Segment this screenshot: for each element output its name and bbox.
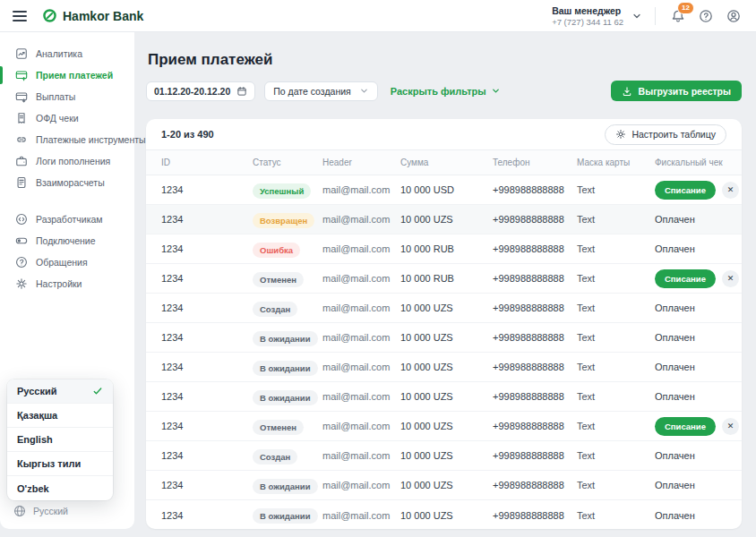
status-badge: В ожидании — [253, 508, 318, 524]
cell-phone: +998988888888 — [493, 303, 577, 313]
debit-button[interactable]: Списание — [655, 269, 716, 288]
export-registries-button[interactable]: Выгрузить реестры — [611, 81, 742, 101]
cell-status: Успешный — [253, 182, 322, 199]
sidebar-item-label: Выплаты — [36, 91, 75, 102]
table-row: 1234Ошибкаmail@mail.com10 000 RUB+998988… — [146, 234, 742, 264]
cell-card-mask: Text — [577, 332, 655, 343]
close-icon[interactable]: ✕ — [722, 270, 739, 287]
cell-amount: 10 000 UZS — [400, 391, 493, 402]
cell-status: Ошибка — [253, 241, 322, 258]
cell-fiscal: Оплачен — [655, 480, 726, 490]
brand-logo[interactable]: Hamkor Bank — [42, 8, 143, 23]
sidebar-item-label: Логи пополнения — [36, 156, 110, 166]
sidebar-item-payment-instruments[interactable]: Платежные инструменты — [0, 129, 134, 150]
close-icon[interactable]: ✕ — [722, 182, 739, 199]
sort-select-value: По дате создания — [273, 86, 350, 97]
language-option-label: O'zbek — [17, 483, 49, 494]
sidebar-secondary-nav: РазработчикамПодключениеОбращенияНастрой… — [0, 209, 134, 294]
column-header: Маска карты — [577, 158, 655, 167]
status-badge: В ожидании — [253, 361, 318, 376]
incoming-payments-icon — [15, 69, 28, 81]
cell-header: mail@mail.com — [322, 510, 400, 521]
user-icon — [726, 9, 741, 23]
cell-fiscal: Оплачен — [655, 391, 726, 402]
cell-id: 1234 — [161, 480, 253, 490]
cell-header: mail@mail.com — [322, 303, 400, 313]
sidebar-item-receipts[interactable]: ОФД чеки — [0, 107, 134, 129]
payments-table-card: 1-20 из 490 Настроить таблицу IDСтатусHe… — [146, 119, 742, 529]
close-icon[interactable]: ✕ — [722, 418, 739, 435]
sort-select[interactable]: По дате создания — [264, 81, 377, 101]
column-header: Header — [322, 158, 400, 167]
cell-amount: 10 000 UZS — [400, 510, 493, 521]
cell-status: В ожидании — [253, 388, 322, 405]
fiscal-status-text: Оплачен — [655, 450, 695, 461]
language-option[interactable]: Кыргыз тили — [7, 452, 113, 476]
cell-fiscal: Оплачен — [655, 362, 726, 372]
sidebar-item-payouts[interactable]: Выплаты — [0, 86, 134, 107]
notification-badge: 12 — [677, 2, 694, 14]
notifications-button[interactable]: 12 — [668, 6, 688, 26]
chevron-down-icon[interactable] — [631, 11, 642, 21]
sidebar-item-topup-logs[interactable]: Логи пополнения — [0, 150, 134, 172]
configure-table-button[interactable]: Настроить таблицу — [605, 124, 726, 145]
manager-info[interactable]: Ваш менеджер +7 (727) 344 11 62 — [552, 5, 623, 27]
profile-button[interactable] — [724, 6, 743, 26]
sidebar-item-label: Настройки — [36, 278, 82, 289]
chevron-down-icon — [491, 86, 501, 96]
sidebar-item-label: Прием платежей — [36, 70, 113, 81]
language-option-label: Кыргыз тили — [17, 458, 81, 469]
fiscal-status-text: Оплачен — [655, 391, 695, 402]
cell-card-mask: Text — [577, 184, 655, 195]
table-row: 1234Успешныйmail@mail.com10 000 USD+9989… — [146, 175, 742, 205]
cell-header: mail@mail.com — [322, 273, 400, 284]
menu-icon[interactable] — [13, 11, 27, 21]
fiscal-status-text: Оплачен — [655, 510, 695, 521]
sidebar-item-settings[interactable]: Настройки — [0, 273, 134, 294]
cell-phone: +998988888888 — [493, 421, 577, 431]
cell-status: Отменен — [253, 270, 322, 287]
chevron-down-icon — [359, 86, 369, 96]
sidebar-item-connection[interactable]: Подключение — [0, 230, 134, 251]
sidebar-item-analytics[interactable]: Аналитика — [0, 43, 134, 64]
table-row: 1234Созданmail@mail.com10 000 UZS+998988… — [146, 441, 742, 471]
cell-card-mask: Text — [577, 214, 655, 225]
table-row: 1234Возвращенmail@mail.com10 000 UZS+998… — [146, 205, 742, 234]
language-option[interactable]: Русский — [7, 379, 113, 404]
cell-phone: +998988888888 — [493, 391, 577, 402]
sidebar-item-label: Взаиморасчеты — [36, 177, 105, 188]
table-row: 1234В ожиданииmail@mail.com10 000 UZS+99… — [146, 353, 742, 382]
date-range-input[interactable]: 01.12.20-20.12.20 — [146, 81, 255, 101]
cell-phone: +998988888888 — [493, 184, 577, 195]
sidebar-item-settlements[interactable]: Взаиморасчеты — [0, 172, 134, 193]
cell-status: Создан — [253, 448, 322, 465]
language-option[interactable]: English — [7, 428, 113, 452]
column-header: Сумма — [400, 158, 493, 167]
help-icon — [699, 9, 713, 23]
column-header: ID — [161, 158, 253, 167]
status-badge: Создан — [253, 449, 297, 465]
language-option[interactable]: Қазақша — [7, 404, 113, 428]
cell-header: mail@mail.com — [322, 480, 400, 490]
language-selector[interactable]: Русский — [13, 505, 68, 517]
sidebar-main-nav: АналитикаПрием платежейВыплатыОФД чекиПл… — [0, 43, 134, 193]
header-divider — [655, 7, 656, 25]
sidebar-item-support[interactable]: Обращения — [0, 251, 134, 273]
sidebar-item-incoming-payments[interactable]: Прием платежей — [0, 64, 134, 86]
table-row: 1234В ожиданииmail@mail.com10 000 UZS+99… — [146, 382, 742, 412]
cell-status: Возвращен — [253, 211, 322, 228]
column-header: Фискальный чек — [655, 158, 726, 167]
cell-header: mail@mail.com — [322, 214, 400, 225]
main-content: Прием платежей 01.12.20-20.12.20 По дате… — [146, 32, 742, 529]
debit-button[interactable]: Списание — [655, 417, 716, 436]
sidebar-item-developers[interactable]: Разработчикам — [0, 209, 134, 230]
cell-status: В ожидании — [253, 477, 322, 494]
status-badge: Отменен — [253, 420, 304, 435]
expand-filters-link[interactable]: Раскрыть фильтры — [391, 86, 501, 97]
column-header: Телефон — [493, 158, 577, 167]
language-menu: РусскийҚазақшаEnglishКыргыз тилиO'zbek — [7, 379, 113, 500]
language-option[interactable]: O'zbek — [7, 476, 113, 500]
help-button[interactable] — [696, 6, 716, 26]
cell-id: 1234 — [161, 391, 253, 402]
debit-button[interactable]: Списание — [655, 181, 716, 200]
